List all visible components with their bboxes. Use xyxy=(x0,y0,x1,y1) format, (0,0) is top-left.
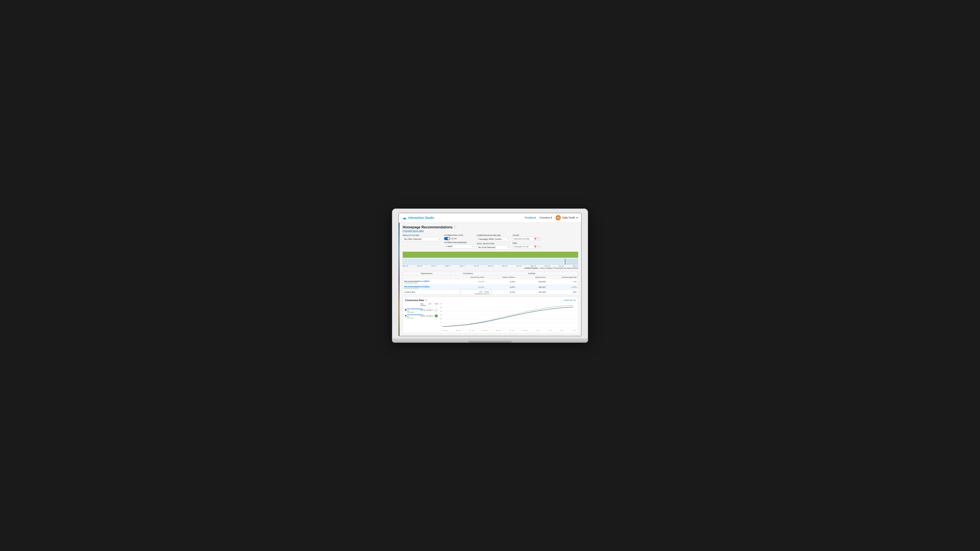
results-filter-label: Results Filter: xyxy=(402,234,442,237)
page-header: Homepage Recommendations ⓘ Promoted Item… xyxy=(402,225,578,232)
chart-title: Conversion Rate ⓘ xyxy=(405,299,427,302)
legend-dot-a xyxy=(405,309,407,311)
chart-svg xyxy=(442,303,576,327)
tooltip-lift: Lift: ↑ 3.33% xyxy=(463,291,489,293)
timeline-label: May '16 xyxy=(402,265,408,267)
end-date-input[interactable]: 7/10/2020 3:17 PM 📅 🕐 xyxy=(513,245,541,249)
feedback-link[interactable]: Feedback xyxy=(525,216,536,219)
results-filter-group: Results Filter: No Filter Selected ▾ xyxy=(402,234,442,241)
timeline-section: May '16 Sep '16 Jan '17 May '17 Sep '17 … xyxy=(402,252,578,269)
experience-name-b[interactable]: Recommendations B (46%) xyxy=(403,284,451,290)
screen-bezel: ☁ Interaction Studio Feedback Cumulus ▾ … xyxy=(392,208,588,339)
attribution-window-select[interactable]: 1 week ▾ xyxy=(444,244,474,248)
chart-header: Conversion Rate ⓘ Zoom Out 🔍 xyxy=(405,299,576,302)
start-date-input[interactable]: 3/20/2016 12:00 AM 📅 🕐 xyxy=(513,237,541,241)
chevron-down-icon: ▾ xyxy=(508,246,509,248)
conversion-rate-a: ↑ 23.7% xyxy=(451,279,486,284)
comparison-group: Comparison Baseline: Campaign-Wide Contr… xyxy=(477,234,511,249)
timeline-label: Sep '18 xyxy=(502,265,508,267)
th-impressions: Impressions xyxy=(516,276,547,279)
chart-y-labels: 30 25 20 15 10 5 0 xyxy=(438,303,442,327)
attribution-type-label: Attribution Type: xyxy=(444,234,474,237)
main-content: Homepage Recommendations ⓘ Promoted Item… xyxy=(399,223,581,336)
legend-dot-b xyxy=(405,315,407,316)
chevron-down-icon: ▾ xyxy=(551,216,552,219)
laptop-container: ☁ Interaction Studio Feedback Cumulus ▾ … xyxy=(392,208,588,343)
experience-name-control: Control (9%) xyxy=(403,290,451,294)
chevron-down-icon: ▾ xyxy=(508,238,509,240)
timeline-label: May '18 xyxy=(488,265,493,267)
th-clickthrough: Clickthrough Rate xyxy=(547,276,578,279)
timeline-label: May '19 xyxy=(530,265,536,267)
table-row: Recommendations A (45%) ↑ 23.7% 8,412 42… xyxy=(403,279,578,284)
timeline-label: Jan '18 xyxy=(474,265,479,267)
laptop-base xyxy=(392,339,588,343)
nav-right: Feedback Cumulus ▾ SS Sally Smith ▾ xyxy=(525,215,578,220)
top-nav: ☁ Interaction Studio Feedback Cumulus ▾ … xyxy=(399,213,581,223)
attribution-click-label: CLICK xyxy=(451,238,457,240)
th-purchases: Purchases xyxy=(451,272,486,275)
results-filter-select[interactable]: No Filter Selected ▾ xyxy=(402,237,442,241)
timeline-label: Sep '19 xyxy=(545,265,550,267)
cumulus-button[interactable]: Cumulus ▾ xyxy=(540,216,552,219)
chart-x-labels: 18. Jun 20. Jun 22. Jun 24. Jun 26. Jun … xyxy=(442,330,576,331)
experience-name-a[interactable]: Recommendations A (45%) xyxy=(403,279,451,284)
attribution-toggle-row: CLICK xyxy=(444,237,474,240)
user-name-label: Sally Smith xyxy=(562,216,575,219)
legend-header: Test Control Lift Conf. xyxy=(405,303,436,307)
legend-row-b: Recommendations B 24.5% 23.7% ↑ 3.3% xyxy=(405,314,436,318)
attribution-window-group: Attribution Window: 1 week ▾ xyxy=(444,241,474,248)
timeline-label: Jan '17 xyxy=(431,265,436,267)
impressions-b: 404,567 xyxy=(516,285,547,289)
calendar-icon[interactable]: 📅 xyxy=(534,238,537,240)
confidence-button-a[interactable]: ? xyxy=(435,308,438,311)
unique-visitors-b: 8,070 xyxy=(486,285,516,289)
legend-row-a: Recommendations A 23.7% 23.7% ↑ 0.1% xyxy=(405,308,436,313)
brand: ☁ Interaction Studio xyxy=(402,215,434,220)
attribution-type-group: Attribution Type: CLICK xyxy=(444,234,474,240)
calendar-icon[interactable]: 📅 xyxy=(534,246,537,248)
chart-svg-area xyxy=(442,303,576,327)
th-activity: Activity xyxy=(486,272,578,275)
comparison-baseline-select[interactable]: Campaign-Wide Control ▾ xyxy=(477,237,511,241)
chart-body: Test Control Lift Conf. Re xyxy=(405,303,576,331)
goal-selection-select[interactable]: No Goal Selected ▾ xyxy=(477,245,511,249)
timeline-axis[interactable] xyxy=(402,259,578,265)
chevron-down-icon: ▾ xyxy=(439,238,440,240)
timeline-green-bar xyxy=(402,252,578,258)
end-date-group: End: 7/10/2020 3:17 PM 📅 🕐 xyxy=(513,242,541,249)
table-sub-header: Conversion Rate Unique Visitors Impressi… xyxy=(403,276,578,279)
table-header: Experiences Purchases Activity xyxy=(403,272,578,276)
clickthrough-control: 10% xyxy=(547,290,578,294)
end-label: End: xyxy=(513,242,541,244)
clickthrough-a: ↑ 8% xyxy=(547,279,578,284)
attribution-window-label: Attribution Window: xyxy=(444,241,474,244)
chevron-down-icon: ▾ xyxy=(472,245,473,247)
timeline-label: May '17 xyxy=(445,265,450,267)
zoom-icon: 🔍 xyxy=(573,299,576,301)
timeline-labels: May '16 Sep '16 Jan '17 May '17 Sep '17 … xyxy=(402,265,578,267)
zoom-out-button[interactable]: Zoom Out 🔍 xyxy=(564,299,576,301)
brand-logo-icon: ☁ xyxy=(402,215,407,220)
page-title-row: Homepage Recommendations ⓘ xyxy=(402,225,578,229)
timeline-label: Sep '17 xyxy=(460,265,465,267)
clock-icon[interactable]: 🕐 xyxy=(537,238,540,240)
page-title: Homepage Recommendations xyxy=(402,225,453,229)
activity-note: Activity Timeline – Select a Range to Re… xyxy=(402,267,578,269)
date-range-group: Start: 3/20/2016 12:00 AM 📅 🕐 xyxy=(513,234,541,249)
clickthrough-b: ↑ 9.9% xyxy=(547,285,578,289)
chevron-down-icon: ▾ xyxy=(576,216,578,219)
brand-name: Interaction Studio xyxy=(408,216,434,219)
confidence-check-b: ✓ xyxy=(435,314,438,318)
filters-area: Results Filter: No Filter Selected ▾ Att… xyxy=(402,234,578,249)
start-label: Start: xyxy=(513,234,541,237)
attribution-toggle[interactable] xyxy=(444,237,450,240)
clock-icon[interactable]: 🕐 xyxy=(537,246,540,248)
legend-table: Test Control Lift Conf. Re xyxy=(405,303,436,331)
impressions-control: 407,459 xyxy=(516,290,547,294)
page-subtitle[interactable]: Promoted Items Stats xyxy=(402,230,578,232)
user-menu-button[interactable]: SS Sally Smith ▾ xyxy=(555,215,578,220)
info-icon[interactable]: ⓘ xyxy=(425,299,427,302)
info-icon[interactable]: ⓘ xyxy=(454,225,457,229)
unique-visitors-a: 8,412 xyxy=(486,279,516,284)
